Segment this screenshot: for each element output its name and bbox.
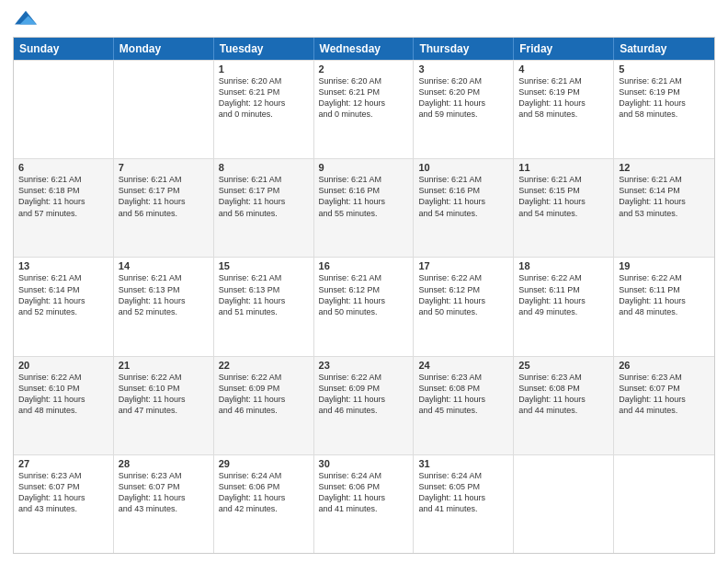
day-number: 20 [18, 360, 108, 371]
cal-header-cell: Wednesday [314, 38, 415, 60]
day-number: 29 [219, 458, 309, 469]
day-number: 14 [119, 260, 209, 271]
logo-icon [13, 9, 39, 29]
cell-info: Sunrise: 6:22 AMSunset: 6:09 PMDaylight:… [219, 372, 309, 417]
cal-header-cell: Friday [514, 38, 614, 60]
cell-info: Sunrise: 6:20 AMSunset: 6:21 PMDaylight:… [319, 75, 409, 121]
cal-cell: 26Sunrise: 6:23 AMSunset: 6:07 PMDayligh… [614, 357, 714, 454]
day-number: 2 [319, 63, 409, 75]
cal-cell: 21Sunrise: 6:22 AMSunset: 6:10 PMDayligh… [114, 357, 214, 454]
cal-cell [14, 61, 114, 158]
day-number: 31 [418, 458, 508, 469]
cal-cell: 10Sunrise: 6:21 AMSunset: 6:16 PMDayligh… [414, 159, 514, 257]
day-number: 26 [619, 360, 710, 371]
cell-info: Sunrise: 6:22 AMSunset: 6:11 PMDaylight:… [619, 272, 710, 317]
cal-header-cell: Sunday [14, 38, 114, 60]
cell-info: Sunrise: 6:22 AMSunset: 6:10 PMDaylight:… [18, 372, 108, 417]
cal-cell: 22Sunrise: 6:22 AMSunset: 6:09 PMDayligh… [214, 357, 314, 454]
cell-info: Sunrise: 6:21 AMSunset: 6:16 PMDaylight:… [418, 174, 508, 219]
cal-cell [614, 455, 714, 553]
day-number: 25 [518, 360, 609, 371]
cell-info: Sunrise: 6:24 AMSunset: 6:06 PMDaylight:… [319, 470, 409, 515]
cell-info: Sunrise: 6:21 AMSunset: 6:17 PMDaylight:… [119, 174, 209, 219]
day-number: 10 [418, 162, 508, 173]
cal-cell: 8Sunrise: 6:21 AMSunset: 6:17 PMDaylight… [214, 159, 314, 257]
cal-cell: 9Sunrise: 6:21 AMSunset: 6:16 PMDaylight… [314, 159, 415, 257]
calendar-body: 1Sunrise: 6:20 AMSunset: 6:21 PMDaylight… [14, 60, 714, 553]
day-number: 21 [119, 360, 209, 371]
day-number: 12 [619, 162, 710, 173]
cell-info: Sunrise: 6:20 AMSunset: 6:21 PMDaylight:… [219, 75, 309, 121]
cal-cell: 16Sunrise: 6:21 AMSunset: 6:12 PMDayligh… [314, 258, 415, 355]
cal-week: 20Sunrise: 6:22 AMSunset: 6:10 PMDayligh… [14, 356, 714, 454]
day-number: 17 [418, 260, 508, 271]
page: SundayMondayTuesdayWednesdayThursdayFrid… [0, 0, 728, 563]
day-number: 18 [518, 260, 609, 271]
day-number: 3 [418, 63, 508, 75]
day-number: 16 [319, 260, 409, 271]
cal-header-cell: Thursday [414, 38, 514, 60]
cal-cell: 7Sunrise: 6:21 AMSunset: 6:17 PMDaylight… [114, 159, 214, 257]
cal-cell: 3Sunrise: 6:20 AMSunset: 6:20 PMDaylight… [414, 61, 514, 158]
cal-header-cell: Saturday [614, 38, 714, 60]
cell-info: Sunrise: 6:23 AMSunset: 6:08 PMDaylight:… [518, 372, 609, 417]
logo [13, 9, 42, 29]
cal-cell: 29Sunrise: 6:24 AMSunset: 6:06 PMDayligh… [214, 455, 314, 553]
cal-cell: 1Sunrise: 6:20 AMSunset: 6:21 PMDaylight… [214, 61, 314, 158]
cal-cell: 14Sunrise: 6:21 AMSunset: 6:13 PMDayligh… [114, 258, 214, 355]
cal-cell: 17Sunrise: 6:22 AMSunset: 6:12 PMDayligh… [414, 258, 514, 355]
cal-cell: 25Sunrise: 6:23 AMSunset: 6:08 PMDayligh… [514, 357, 614, 454]
cal-header-cell: Monday [114, 38, 214, 60]
cal-week: 1Sunrise: 6:20 AMSunset: 6:21 PMDaylight… [14, 60, 714, 158]
cal-cell [514, 455, 614, 553]
cell-info: Sunrise: 6:21 AMSunset: 6:12 PMDaylight:… [319, 272, 409, 317]
cal-cell: 4Sunrise: 6:21 AMSunset: 6:19 PMDaylight… [514, 61, 614, 158]
day-number: 13 [18, 260, 108, 271]
cal-cell: 5Sunrise: 6:21 AMSunset: 6:19 PMDaylight… [614, 61, 714, 158]
cell-info: Sunrise: 6:21 AMSunset: 6:19 PMDaylight:… [619, 75, 710, 121]
day-number: 7 [119, 162, 209, 173]
day-number: 30 [319, 458, 409, 469]
day-number: 19 [619, 260, 710, 271]
cal-cell: 2Sunrise: 6:20 AMSunset: 6:21 PMDaylight… [314, 61, 415, 158]
cell-info: Sunrise: 6:23 AMSunset: 6:08 PMDaylight:… [418, 372, 508, 417]
cell-info: Sunrise: 6:23 AMSunset: 6:07 PMDaylight:… [619, 372, 710, 417]
day-number: 23 [319, 360, 409, 371]
cal-cell: 6Sunrise: 6:21 AMSunset: 6:18 PMDaylight… [14, 159, 114, 257]
cal-cell: 18Sunrise: 6:22 AMSunset: 6:11 PMDayligh… [514, 258, 614, 355]
cal-cell: 20Sunrise: 6:22 AMSunset: 6:10 PMDayligh… [14, 357, 114, 454]
cell-info: Sunrise: 6:22 AMSunset: 6:09 PMDaylight:… [319, 372, 409, 417]
cell-info: Sunrise: 6:24 AMSunset: 6:05 PMDaylight:… [418, 470, 508, 515]
cell-info: Sunrise: 6:21 AMSunset: 6:19 PMDaylight:… [518, 75, 609, 121]
cal-cell: 23Sunrise: 6:22 AMSunset: 6:09 PMDayligh… [314, 357, 415, 454]
cal-cell: 19Sunrise: 6:22 AMSunset: 6:11 PMDayligh… [614, 258, 714, 355]
cell-info: Sunrise: 6:23 AMSunset: 6:07 PMDaylight:… [119, 470, 209, 515]
cal-cell: 27Sunrise: 6:23 AMSunset: 6:07 PMDayligh… [14, 455, 114, 553]
day-number: 8 [219, 162, 309, 173]
day-number: 4 [518, 63, 609, 75]
cell-info: Sunrise: 6:24 AMSunset: 6:06 PMDaylight:… [219, 470, 309, 515]
calendar-header: SundayMondayTuesdayWednesdayThursdayFrid… [14, 38, 714, 60]
day-number: 22 [219, 360, 309, 371]
day-number: 15 [219, 260, 309, 271]
cal-cell: 12Sunrise: 6:21 AMSunset: 6:14 PMDayligh… [614, 159, 714, 257]
cell-info: Sunrise: 6:21 AMSunset: 6:13 PMDaylight:… [119, 272, 209, 317]
day-number: 1 [219, 63, 309, 75]
cal-cell [114, 61, 214, 158]
cal-cell: 31Sunrise: 6:24 AMSunset: 6:05 PMDayligh… [414, 455, 514, 553]
cell-info: Sunrise: 6:22 AMSunset: 6:10 PMDaylight:… [119, 372, 209, 417]
cal-cell: 13Sunrise: 6:21 AMSunset: 6:14 PMDayligh… [14, 258, 114, 355]
cal-week: 6Sunrise: 6:21 AMSunset: 6:18 PMDaylight… [14, 158, 714, 257]
cal-cell: 24Sunrise: 6:23 AMSunset: 6:08 PMDayligh… [414, 357, 514, 454]
day-number: 27 [18, 458, 108, 469]
cell-info: Sunrise: 6:21 AMSunset: 6:13 PMDaylight:… [219, 272, 309, 317]
calendar: SundayMondayTuesdayWednesdayThursdayFrid… [13, 37, 715, 554]
cal-week: 27Sunrise: 6:23 AMSunset: 6:07 PMDayligh… [14, 454, 714, 553]
cal-cell: 15Sunrise: 6:21 AMSunset: 6:13 PMDayligh… [214, 258, 314, 355]
cell-info: Sunrise: 6:22 AMSunset: 6:11 PMDaylight:… [518, 272, 609, 317]
cell-info: Sunrise: 6:21 AMSunset: 6:17 PMDaylight:… [219, 174, 309, 219]
cal-header-cell: Tuesday [214, 38, 314, 60]
day-number: 6 [18, 162, 108, 173]
cell-info: Sunrise: 6:21 AMSunset: 6:15 PMDaylight:… [518, 174, 609, 219]
cal-cell: 30Sunrise: 6:24 AMSunset: 6:06 PMDayligh… [314, 455, 415, 553]
